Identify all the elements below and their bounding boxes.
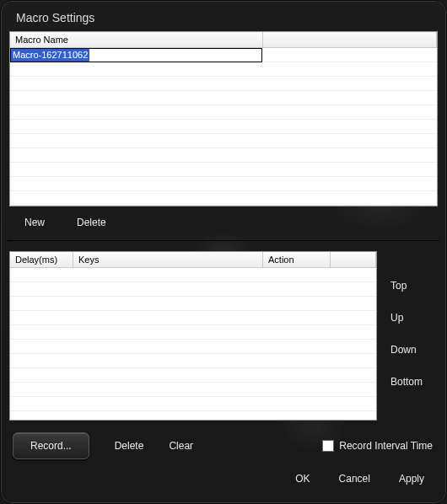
- move-top-button[interactable]: Top: [390, 280, 438, 292]
- macro-grid-body[interactable]: Macro-162711062: [10, 48, 437, 206]
- macro-grid-buttons: New Delete: [9, 206, 438, 237]
- steps-grid-body[interactable]: [10, 268, 376, 420]
- new-button[interactable]: New: [24, 217, 45, 228]
- apply-button[interactable]: Apply: [399, 473, 424, 485]
- move-down-button[interactable]: Down: [390, 344, 438, 356]
- section-divider: [8, 240, 439, 241]
- recording-controls: Record... Delete Clear Record Interval T…: [9, 421, 438, 464]
- macro-name-input-value[interactable]: Macro-162711062: [11, 49, 89, 62]
- column-header-macro-name[interactable]: Macro Name: [10, 32, 263, 47]
- column-header-keys[interactable]: Keys: [73, 252, 263, 267]
- record-interval-label: Record Interval Time: [339, 440, 433, 452]
- record-button[interactable]: Record...: [13, 432, 89, 459]
- column-header-action[interactable]: Action: [263, 252, 331, 267]
- clear-button[interactable]: Clear: [169, 440, 193, 452]
- reorder-buttons: Top Up Down Bottom: [384, 251, 438, 421]
- record-interval-option[interactable]: Record Interval Time: [322, 440, 433, 452]
- delete-macro-button[interactable]: Delete: [77, 217, 106, 228]
- macro-grid-header: Macro Name: [10, 32, 437, 48]
- move-bottom-button[interactable]: Bottom: [390, 376, 438, 388]
- steps-grid[interactable]: Delay(ms) Keys Action: [9, 251, 377, 421]
- column-header-spacer-2: [331, 252, 376, 267]
- macro-settings-panel: Macro Settings Macro Name Macro-16271106…: [0, 0, 447, 504]
- macro-name-edit-cell[interactable]: Macro-162711062: [10, 48, 262, 62]
- ok-button[interactable]: OK: [295, 473, 310, 485]
- move-up-button[interactable]: Up: [390, 312, 438, 324]
- delete-step-button[interactable]: Delete: [115, 440, 144, 452]
- column-header-delay[interactable]: Delay(ms): [10, 252, 73, 267]
- cancel-button[interactable]: Cancel: [339, 473, 370, 485]
- steps-grid-header: Delay(ms) Keys Action: [10, 252, 376, 268]
- column-header-spacer: [263, 32, 437, 47]
- panel-title: Macro Settings: [9, 8, 438, 31]
- macro-name-grid[interactable]: Macro Name Macro-162711062: [9, 31, 438, 206]
- record-interval-checkbox[interactable]: [322, 440, 334, 452]
- dialog-buttons: OK Cancel Apply: [9, 464, 438, 488]
